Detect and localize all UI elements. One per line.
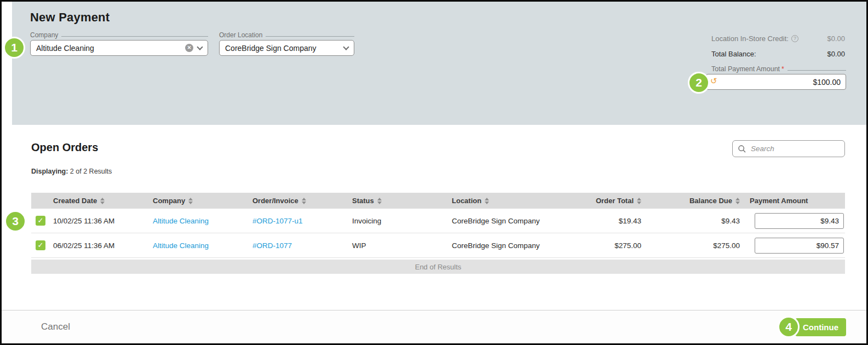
continue-button[interactable]: Continue [795,318,846,336]
cancel-button[interactable]: Cancel [41,321,70,332]
footer-bar: Cancel Continue [2,310,866,343]
chevron-down-icon[interactable] [343,44,349,50]
required-asterisk: * [781,65,784,73]
cell-location: CoreBridge Sign Company [446,217,545,225]
sort-icon[interactable] [100,198,105,204]
cell-balance-due: $9.43 [646,217,744,225]
total-payment-input[interactable] [706,74,846,90]
chevron-down-icon[interactable] [197,44,203,50]
cell-order-total: $275.00 [545,242,646,250]
cell-balance-due: $275.00 [646,242,744,250]
company-field-group: Company Altitude Cleaning ✕ [30,31,208,56]
order-location-select[interactable]: CoreBridge Sign Company [219,40,354,56]
sort-icon[interactable] [485,198,489,204]
company-link[interactable]: Altitude Cleaning [153,242,209,250]
cell-status: Invoicing [347,217,446,225]
help-icon[interactable]: ? [791,35,798,42]
search-icon [738,145,746,153]
end-of-results: End of Results [31,260,845,274]
new-payment-page: New Payment Company Altitude Cleaning ✕ … [0,0,868,345]
payment-header-panel: New Payment Company Altitude Cleaning ✕ … [12,2,866,125]
col-header-created-date[interactable]: Created Date [48,197,147,205]
row-checkbox[interactable]: ✓ [36,240,45,250]
order-invoice-link[interactable]: #ORD-1077 [252,242,292,250]
search-box [732,140,845,157]
undo-icon[interactable]: ↺ [710,76,717,86]
sort-icon[interactable] [377,198,382,204]
col-header-balance-due[interactable]: Balance Due [646,197,744,205]
cell-status: WIP [347,242,446,250]
sort-icon[interactable] [735,198,740,204]
results-count: Displaying: 2 of 2 Results [31,168,112,175]
payment-amount-input[interactable] [755,213,844,229]
order-location-label: Order Location [219,31,262,39]
annotation-badge-1: 1 [3,37,25,59]
displaying-label: Displaying: [31,168,68,175]
col-header-location[interactable]: Location [446,197,545,205]
company-select[interactable]: Altitude Cleaning ✕ [30,40,208,56]
sort-icon[interactable] [302,198,306,204]
total-balance-value: $0.00 [827,50,845,58]
search-input[interactable] [751,145,849,153]
open-orders-table: Created Date Company Order/Invoice Statu… [31,193,845,274]
cell-created-date: 10/02/25 11:36 AM [48,217,147,225]
credit-value: $0.00 [827,34,845,43]
col-header-payment-amount: Payment Amount [744,197,845,205]
payment-amount-input[interactable] [755,238,844,254]
displaying-value: 2 of 2 Results [70,168,112,175]
label-underline [266,36,354,37]
annotation-badge-4: 4 [778,316,800,338]
credit-label: Location In-Store Credit: [711,34,789,43]
col-header-status[interactable]: Status [347,197,446,205]
payment-summary: Location In-Store Credit: ? $0.00 Total … [706,34,846,90]
sort-icon[interactable] [637,198,641,204]
table-header-row: Created Date Company Order/Invoice Statu… [31,193,845,209]
table-row: ✓ 10/02/25 11:36 AM Altitude Cleaning #O… [31,209,845,233]
label-underline [787,70,846,71]
label-underline [61,36,208,37]
annotation-badge-2: 2 [688,72,710,94]
annotation-badge-3: 3 [4,210,26,232]
col-header-order-invoice[interactable]: Order/Invoice [247,197,347,205]
order-invoice-link[interactable]: #ORD-1077-u1 [252,217,303,225]
order-location-field-group: Order Location CoreBridge Sign Company [219,31,354,56]
table-row: ✓ 06/02/25 11:36 AM Altitude Cleaning #O… [31,233,845,258]
company-label: Company [30,31,58,39]
cell-order-total: $19.43 [545,217,646,225]
cell-created-date: 06/02/25 11:36 AM [48,242,147,250]
total-balance-label: Total Balance: [711,50,756,58]
total-payment-label: Total Payment Amount [711,65,780,73]
company-value: Altitude Cleaning [36,44,185,53]
cell-location: CoreBridge Sign Company [446,242,545,250]
col-header-order-total[interactable]: Order Total [545,197,646,205]
sort-icon[interactable] [188,198,193,204]
row-checkbox[interactable]: ✓ [36,216,45,226]
order-location-value: CoreBridge Sign Company [225,44,344,53]
open-orders-title: Open Orders [31,141,98,154]
page-title: New Payment [30,10,110,25]
col-header-company[interactable]: Company [147,197,247,205]
clear-icon[interactable]: ✕ [185,44,193,52]
company-link[interactable]: Altitude Cleaning [153,217,209,225]
